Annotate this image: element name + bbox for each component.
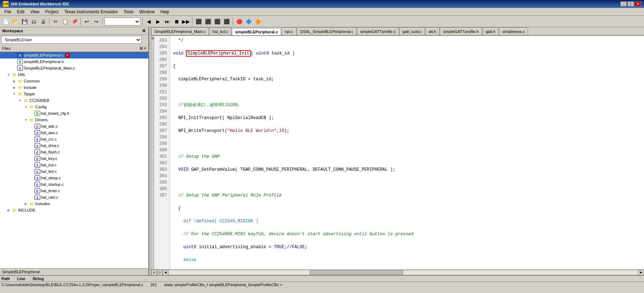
editor-corner-icon-2[interactable]: ▷ xyxy=(157,270,163,275)
editor-tab-att-h[interactable]: att.h xyxy=(425,27,439,35)
code-content[interactable]: */ void SimpleBLEPeripheral_Init( uint8 … xyxy=(170,36,644,269)
folder-icon: 📁 xyxy=(17,91,23,96)
editor-tab-npi-c[interactable]: npi.c xyxy=(281,27,296,35)
menu-project[interactable]: Project xyxy=(42,9,61,15)
tree-item-Include[interactable]: ▶📁Include xyxy=(0,84,148,91)
new-button[interactable]: 📄 xyxy=(1,17,10,26)
tree-item-simpleBLEPeripheral_h[interactable]: hsimpleBLEPeripheral.h xyxy=(0,58,148,65)
scroll-left-button[interactable]: ◀ xyxy=(163,270,168,275)
line-number: 300 xyxy=(155,147,167,153)
run-button[interactable]: ▶▶ xyxy=(182,17,190,26)
tree-item-hal_adc_c[interactable]: chal_adc.c xyxy=(0,123,148,129)
open-button[interactable]: 📂 xyxy=(11,17,19,26)
maximize-button[interactable]: □ xyxy=(627,1,634,6)
tree-label: HAL xyxy=(17,72,25,77)
tree-item-HAL[interactable]: ▼📁HAL xyxy=(0,71,148,78)
editor-tab-simpleGATTprofile-h[interactable]: simpleGATTprofile.h xyxy=(440,27,482,35)
menu-tools[interactable]: Tools xyxy=(121,9,136,15)
menu-file[interactable]: File xyxy=(1,9,14,15)
debug-btn-3[interactable]: ⬛ xyxy=(213,17,221,26)
files-icon-1[interactable]: ⊞ xyxy=(140,46,143,51)
debug-btn-4[interactable]: ⬛ xyxy=(222,17,231,26)
toolbar-sep-6 xyxy=(233,18,233,25)
menu-help[interactable]: Help xyxy=(158,9,172,15)
editor-tab-simplekeys-c[interactable]: simplekeys.c xyxy=(499,27,528,35)
close-button[interactable]: ✕ xyxy=(635,1,641,6)
stop-button[interactable]: ⏹ xyxy=(172,17,181,26)
scroll-right-button[interactable]: ▶ xyxy=(638,270,644,275)
tree-item-CC2540EB[interactable]: ▼📁CC2540EB xyxy=(0,97,148,104)
tree-item-hal_uart_c[interactable]: chal_uart.c xyxy=(0,194,148,200)
files-icon-2[interactable]: ≡ xyxy=(144,46,146,51)
save-button[interactable]: 💾 xyxy=(20,17,29,26)
tree-item-hal_startup_c[interactable]: chal_startup.c xyxy=(0,181,148,188)
tree-item-hal_crc_c[interactable]: chal_crc.c xyxy=(0,136,148,142)
step-fwd-button[interactable]: ▶ xyxy=(154,17,162,26)
editor-tab-simpleBLEPeripheral-c[interactable]: simpleBLEPeripheral.c xyxy=(232,28,281,36)
editor-tab-gatt_uuid-c[interactable]: gatt_uuid.c xyxy=(399,27,425,35)
flash-btn-2[interactable]: 🔷 xyxy=(244,17,253,26)
print-button[interactable]: 🖨 xyxy=(39,17,47,26)
code-container: 2832842852862872882892902912922932942952… xyxy=(151,36,644,269)
tree-item-Target[interactable]: ▼📁Target xyxy=(0,91,148,97)
line-number: 306 xyxy=(155,186,167,192)
save-all-button[interactable]: 🗂 xyxy=(29,17,38,26)
toolbar-sep-5 xyxy=(192,18,192,25)
step-over-button[interactable]: ⏭ xyxy=(163,17,172,26)
tree-item-hal_aes_c[interactable]: chal_aes.c xyxy=(0,129,148,136)
path-value: C:\Users\dickbh\Desktop\BLE\BLE-CC254x-1… xyxy=(1,283,143,287)
scroll-track[interactable] xyxy=(168,270,638,275)
editor-tab-gatt-h[interactable]: gatt.h xyxy=(482,27,499,35)
editor-tab-OSAL_SimpleBLEPeripheral-c[interactable]: OSAL_SimpleBLEPeripheral.c xyxy=(297,27,357,35)
editor-corner-icon[interactable]: ≡ xyxy=(151,270,157,275)
scroll-thumb xyxy=(309,270,403,275)
editor-tab-simpleGATTprofile-c[interactable]: simpleGATTprofile.c xyxy=(357,27,399,35)
tree-item-simpleBLEPeripheral_c[interactable]: csimpleBLEPeripheral.c✕ xyxy=(0,52,148,58)
tree-item-hal_sleep_c[interactable]: chal_sleep.c xyxy=(0,175,148,181)
undo-button[interactable]: ↩ xyxy=(83,17,91,26)
tree-item-Config[interactable]: ▼📁Config xyxy=(0,104,148,110)
tree-label: Target xyxy=(23,92,35,96)
menu-edit[interactable]: Edit xyxy=(14,9,27,15)
cut-button[interactable]: ✂ xyxy=(51,17,60,26)
tree-item-SimpleBLEPeripheral_Main_c[interactable]: cSimpleBLEPeripheral_Main.c xyxy=(0,65,148,71)
tree-item-Includes[interactable]: ▶📁Includes xyxy=(0,200,148,207)
file-c-icon: c xyxy=(34,169,40,174)
editor-tab-hal_lcd-c[interactable]: hal_lcd.c xyxy=(209,27,231,35)
debug-btn-2[interactable]: ⬛ xyxy=(204,17,212,26)
minimize-button[interactable]: _ xyxy=(620,1,627,6)
expand-icon: ▶ xyxy=(11,85,17,90)
tree-label: hal_crc.c xyxy=(40,137,57,141)
tree-item-hal_led_c[interactable]: chal_led.c xyxy=(0,168,148,175)
tree-item-INCLUDE[interactable]: ▶📁INCLUDE xyxy=(0,207,148,213)
tree-item-hal_dma_c[interactable]: chal_dma.c xyxy=(0,142,148,149)
line-number: 305 xyxy=(155,179,167,186)
tree-item-Drivers[interactable]: ▼📁Drivers xyxy=(0,117,148,123)
menu-view[interactable]: View xyxy=(27,9,42,15)
tree-item-hal_key_c[interactable]: chal_key.c xyxy=(0,155,148,162)
paste-button[interactable]: 📌 xyxy=(70,17,79,26)
tree-item-hal_board_cfg_h[interactable]: hhal_board_cfg.h xyxy=(0,110,148,117)
expand-icon: ▼ xyxy=(23,104,29,109)
flash-btn-1[interactable]: 🔴 xyxy=(235,17,243,26)
step-back-button[interactable]: ◀ xyxy=(144,17,153,26)
workspace-footer: SimpleBLEPeripheral xyxy=(0,268,148,275)
tree-item-Common[interactable]: ▶📁Common xyxy=(0,78,148,84)
menu-ti-emulator[interactable]: Texas Instruments Emulator xyxy=(61,9,121,15)
code-line: // Setup the GAP xyxy=(173,153,641,160)
config-dropdown[interactable] xyxy=(104,18,140,25)
menu-window[interactable]: Window xyxy=(136,9,158,15)
expand-icon: ▶ xyxy=(11,79,17,84)
redo-button[interactable]: ↪ xyxy=(92,17,101,26)
workspace-dropdown[interactable]: SimpleBLEUart xyxy=(1,36,141,44)
copy-button[interactable]: 📋 xyxy=(61,17,69,26)
tree-item-hal_flash_c[interactable]: chal_flash.c xyxy=(0,149,148,155)
code-line: NPI_InitTransport( NpiSerialReadCB ); xyxy=(173,115,641,121)
workspace-close-button[interactable]: ✕ xyxy=(142,28,146,33)
tree-item-hal_lcd_c[interactable]: chal_lcd.c xyxy=(0,162,148,168)
flash-btn-3[interactable]: 🔶 xyxy=(253,17,262,26)
editor-tab-SimpleBLEPeripheral_Main-c[interactable]: SimpleBLEPeripheral_Main.c xyxy=(151,27,209,35)
tree-item-hal_timer_c[interactable]: chal_timer.c xyxy=(0,188,148,194)
code-line: // For the CC2540DK-MINI keyfob, device … xyxy=(173,231,641,237)
debug-btn-1[interactable]: ⬛ xyxy=(194,17,203,26)
